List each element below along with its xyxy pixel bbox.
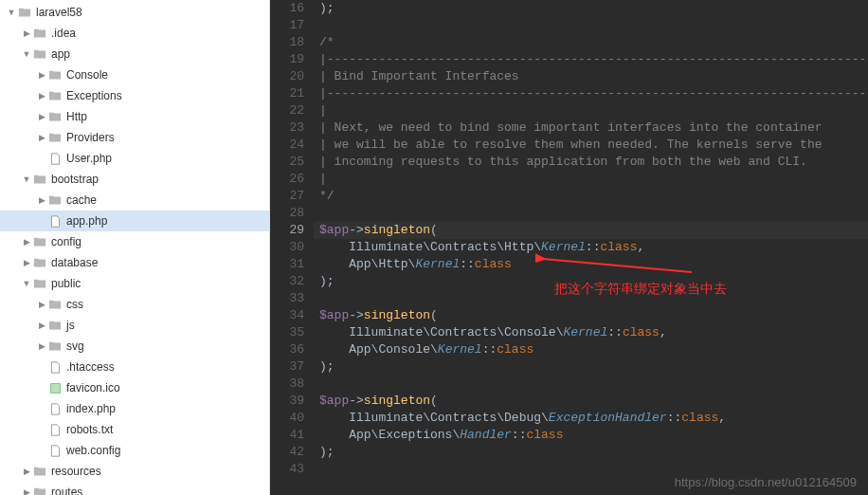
- code-line[interactable]: $app->singleton(: [314, 222, 868, 239]
- tree-label: app.php: [66, 214, 107, 228]
- code-line[interactable]: | incoming requests to this application …: [314, 154, 868, 171]
- tree-toggle-icon[interactable]: ▼: [6, 7, 17, 18]
- ico-icon: [47, 380, 63, 395]
- tree-item-Exceptions[interactable]: ▶Exceptions: [0, 85, 269, 106]
- tree-item-robots-txt[interactable]: robots.txt: [0, 419, 269, 440]
- tree-item-routes[interactable]: ▶routes: [0, 482, 269, 495]
- tree-toggle-icon[interactable]: ▶: [21, 466, 32, 477]
- folder-icon: [47, 297, 63, 312]
- tree-item-Console[interactable]: ▶Console: [0, 64, 269, 85]
- code-line[interactable]: [314, 376, 868, 393]
- tree-item-app[interactable]: ▼app: [0, 44, 269, 64]
- code-line[interactable]: );: [314, 444, 868, 461]
- tree-label: Http: [66, 110, 87, 123]
- code-line[interactable]: );: [314, 358, 868, 376]
- app-container: ▼laravel58▶.idea▼app▶Console▶Exceptions▶…: [0, 0, 868, 495]
- tree-label: svg: [66, 339, 84, 353]
- tree-item-css[interactable]: ▶css: [0, 294, 269, 315]
- tree-item-app-php[interactable]: app.php: [0, 211, 269, 231]
- code-line[interactable]: | Next, we need to bind some important i…: [314, 119, 868, 137]
- tree-toggle-icon[interactable]: ▶: [21, 28, 32, 39]
- annotation-arrow: [535, 253, 696, 276]
- tree-item--htaccess[interactable]: .htaccess: [0, 357, 269, 377]
- tree-toggle-icon[interactable]: ▼: [21, 278, 32, 289]
- tree-toggle-icon[interactable]: ▶: [36, 111, 47, 122]
- line-number: 16: [270, 0, 304, 17]
- tree-toggle-icon[interactable]: ▶: [36, 90, 47, 101]
- tree-item-js[interactable]: ▶js: [0, 315, 269, 336]
- tree-toggle-icon[interactable]: ▶: [36, 320, 47, 331]
- tree-label: public: [51, 277, 81, 290]
- code-line[interactable]: );: [314, 0, 868, 17]
- tree-item-favicon-ico[interactable]: favicon.ico: [0, 377, 269, 398]
- folder-icon: [47, 88, 63, 103]
- folder-icon: [47, 67, 63, 82]
- code-line[interactable]: Illuminate\Contracts\Console\Kernel::cla…: [314, 324, 868, 341]
- tree-label: Providers: [66, 131, 115, 144]
- tree-toggle-icon[interactable]: ▼: [21, 174, 32, 185]
- tree-label: User.php: [66, 152, 112, 165]
- code-area[interactable]: );/*|-----------------------------------…: [314, 0, 868, 478]
- tree-label: laravel58: [36, 6, 82, 19]
- tree-toggle-icon[interactable]: ▶: [36, 194, 47, 206]
- code-line[interactable]: |---------------------------------------…: [314, 51, 868, 68]
- tree-label: config: [51, 235, 81, 248]
- tree-item-User-php[interactable]: User.php: [0, 148, 269, 169]
- code-line[interactable]: App\Console\Kernel::class: [314, 341, 868, 358]
- tree-label: .idea: [51, 27, 76, 40]
- tree-item-web-config[interactable]: web.config: [0, 440, 269, 461]
- tree-toggle-icon[interactable]: ▶: [36, 340, 47, 352]
- php-icon: [47, 401, 63, 416]
- line-number: 27: [270, 188, 304, 205]
- line-number: 18: [270, 34, 304, 51]
- tree-toggle-icon[interactable]: ▶: [21, 486, 32, 495]
- line-number: 41: [270, 427, 304, 444]
- tree-item-resources[interactable]: ▶resources: [0, 461, 269, 482]
- code-line[interactable]: App\Exceptions\Handler::class: [314, 427, 868, 444]
- line-number: 40: [270, 410, 304, 427]
- tree-toggle-icon[interactable]: ▶: [36, 299, 47, 310]
- tree-item-public[interactable]: ▼public: [0, 273, 269, 294]
- tree-item-config[interactable]: ▶config: [0, 231, 269, 252]
- code-line[interactable]: |---------------------------------------…: [314, 85, 868, 102]
- tree-item-database[interactable]: ▶database: [0, 252, 269, 273]
- code-line[interactable]: /*: [314, 34, 868, 51]
- code-line[interactable]: */: [314, 188, 868, 205]
- svg-line-2: [543, 259, 692, 272]
- tree-toggle-icon[interactable]: ▶: [36, 132, 47, 143]
- code-line[interactable]: $app->singleton(: [314, 393, 868, 410]
- php-icon: [47, 151, 63, 166]
- line-number: 38: [270, 376, 304, 393]
- code-editor[interactable]: 1617181920212223242526272829303132333435…: [270, 0, 868, 495]
- code-line[interactable]: | we will be able to resolve them when n…: [314, 137, 868, 154]
- folder-icon: [32, 172, 47, 187]
- line-number: 26: [270, 171, 304, 188]
- code-line[interactable]: Illuminate\Contracts\Debug\ExceptionHand…: [314, 410, 868, 427]
- line-number: 34: [270, 307, 304, 324]
- code-line[interactable]: | Bind Important Interfaces: [314, 68, 868, 85]
- code-line[interactable]: |: [314, 171, 868, 188]
- tree-label: resources: [51, 465, 101, 478]
- folder-icon: [47, 192, 63, 208]
- folder-icon: [47, 318, 63, 333]
- tree-item-Http[interactable]: ▶Http: [0, 106, 269, 127]
- tree-toggle-icon[interactable]: ▶: [21, 257, 32, 268]
- tree-item-index-php[interactable]: index.php: [0, 398, 269, 419]
- tree-item--idea[interactable]: ▶.idea: [0, 23, 269, 44]
- tree-item-laravel58[interactable]: ▼laravel58: [0, 2, 269, 23]
- line-number: 19: [270, 51, 304, 68]
- tree-item-Providers[interactable]: ▶Providers: [0, 127, 269, 148]
- code-line[interactable]: $app->singleton(: [314, 307, 868, 324]
- project-tree[interactable]: ▼laravel58▶.idea▼app▶Console▶Exceptions▶…: [0, 0, 270, 495]
- tree-toggle-icon[interactable]: ▶: [21, 236, 32, 248]
- tree-toggle-icon[interactable]: ▼: [21, 48, 32, 60]
- tree-item-svg[interactable]: ▶svg: [0, 336, 269, 357]
- svg-rect-0: [50, 383, 60, 393]
- tree-toggle-icon: [36, 382, 47, 394]
- tree-item-bootstrap[interactable]: ▼bootstrap: [0, 169, 269, 190]
- code-line[interactable]: [314, 17, 868, 34]
- code-line[interactable]: [314, 205, 868, 222]
- code-line[interactable]: |: [314, 102, 868, 119]
- tree-toggle-icon[interactable]: ▶: [36, 69, 47, 81]
- tree-item-cache[interactable]: ▶cache: [0, 190, 269, 211]
